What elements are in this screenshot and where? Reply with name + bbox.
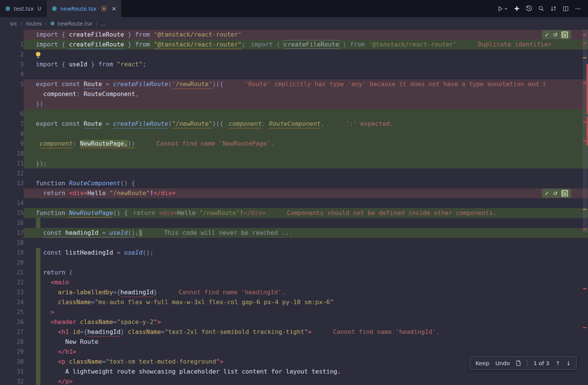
code-editor[interactable]: import { createFileRoute } from '@tansta… [0,30,588,385]
code-line[interactable]: 29 </h1> [0,347,588,357]
code-line[interactable]: 6 [0,109,588,119]
code-line[interactable]: 24 className="mx-auto flex w-full max-w-… [0,297,588,307]
line-number: 7 [0,119,24,129]
ruler-error-mark [583,229,586,230]
code-line[interactable]: 14 [0,198,588,208]
code-line[interactable]: 16 [0,218,588,228]
timeline-button[interactable] [526,5,532,12]
discard-change-button[interactable]: ↺ [553,191,557,196]
code-line[interactable]: 3import { useId } from "react"; [0,59,588,69]
breadcrumb-file[interactable]: newRoute.tsx [50,21,92,27]
close-tab-icon[interactable]: × [111,5,116,12]
code-line[interactable]: 12 [0,168,588,178]
breadcrumb: src › routes › newRoute.tsx › … [0,17,588,30]
breadcrumb-separator: › [95,21,97,27]
code-line[interactable]: 32 </p> [0,377,588,385]
code-lines: import { createFileRoute } from '@tansta… [0,30,588,385]
inline-diff-actions: ✓ ↺ [542,189,571,198]
code-line[interactable]: 25 > [0,307,588,317]
line-number: 2 [0,50,24,59]
code-line[interactable]: 15function NewRoutePage() {return <div>H… [0,208,588,218]
breadcrumb-file-label: newRoute.tsx [57,21,92,27]
code-line[interactable]: 8 [0,129,588,139]
split-editor-button[interactable] [562,6,569,12]
code-line[interactable]: 23 aria-labelledby={headingId}Cannot fin… [0,287,588,297]
code-line[interactable]: 27 <h1 id={headingId} className="text-2x… [0,327,588,337]
overview-ruler[interactable] [582,30,588,385]
tab-test-tsx[interactable]: test.tsx U [0,0,47,17]
line-number: 18 [0,238,24,248]
code-line[interactable]: 21 return ( [0,268,588,278]
copilot-button[interactable] [514,5,520,12]
code-line[interactable]: 4 [0,69,588,79]
line-number [0,188,24,198]
open-file-button[interactable] [561,31,568,38]
code-line[interactable]: }) [0,99,588,109]
breadcrumb-src[interactable]: src [10,21,18,27]
code-line[interactable]: 5export const Route = createFileRoute('/… [0,79,588,89]
file-icon [563,191,567,196]
code-line[interactable]: 22 <main [0,278,588,287]
file-icon [563,32,567,37]
undo-button[interactable]: Undo [495,360,510,366]
ruler-error-mark [583,121,586,122]
more-actions-button[interactable] [575,6,581,12]
code-line[interactable]: 17 const headingId = useId();}This code … [0,228,588,238]
ruler-error-mark [583,288,586,289]
line-number: 30 [0,357,24,367]
tab-label: test.tsx [14,6,34,12]
search-editor-button[interactable] [538,5,545,12]
modified-indicator-icon[interactable] [101,6,106,11]
code-line[interactable]: 20 [0,258,588,268]
open-file-button[interactable] [561,190,568,197]
code-line[interactable]: return <div>Hello "/newRoute"!</div> ✓ ↺ [0,188,588,198]
open-changes-button[interactable] [516,360,521,366]
inline-diff-actions: ✓ ↺ [542,30,571,39]
code-line[interactable]: 7export const Route = createFileRoute("/… [0,119,588,129]
keep-button[interactable]: Keep [475,360,489,366]
react-icon [52,6,57,11]
code-line[interactable]: component: RouteComponent, [0,89,588,99]
line-number: 22 [0,278,24,287]
code-line[interactable]: 18 [0,238,588,248]
play-icon [497,6,504,12]
file-edit-icon [516,360,521,366]
line-number: 24 [0,297,24,307]
breadcrumb-routes[interactable]: routes [26,21,42,27]
code-line[interactable]: 10 [0,149,588,159]
code-line[interactable]: 19 const listHeadingId = useId(); [0,248,588,258]
line-number: 29 [0,347,24,357]
compare-changes-button[interactable] [550,5,557,12]
line-number: 32 [0,377,24,385]
accept-change-button[interactable]: ✓ [545,191,549,196]
react-icon [50,21,55,26]
code-line[interactable]: 2 [0,50,588,59]
react-icon [5,6,11,11]
ruler-warning-mark [583,57,586,58]
prev-change-button[interactable]: ↑ [556,360,560,366]
tab-newroute-tsx[interactable]: newRoute.tsx × [47,0,122,17]
line-number [0,30,24,40]
git-untracked-badge: U [37,6,41,11]
run-file-button[interactable] [497,6,508,12]
lightbulb-icon[interactable] [36,52,40,56]
code-line[interactable]: 13function RouteComponent() { [0,178,588,188]
change-counter: 1 of 3 [533,360,549,366]
line-number [0,89,24,99]
code-line[interactable]: import { createFileRoute } from '@tansta… [0,30,588,40]
next-change-button[interactable]: ↓ [566,360,571,366]
code-line[interactable]: 28 New Route [0,337,588,347]
vscode-window: test.tsx U newRoute.tsx × [0,0,588,385]
line-number: 12 [0,168,24,178]
code-line[interactable]: 11}); [0,159,588,168]
accept-change-button[interactable]: ✓ [545,32,549,37]
line-number: 19 [0,248,24,258]
code-line[interactable]: 1import { createFileRoute } from "@tanst… [0,40,588,50]
editor-actions [497,0,588,17]
code-line[interactable]: 9 component: NewRoutePage,})Cannot find … [0,139,588,149]
split-editor-icon [562,6,569,12]
tab-label: newRoute.tsx [60,6,97,12]
discard-change-button[interactable]: ↺ [553,32,557,37]
code-line[interactable]: 26 <header className="space-y-2"> [0,317,588,327]
breadcrumb-symbol[interactable]: … [100,21,106,27]
